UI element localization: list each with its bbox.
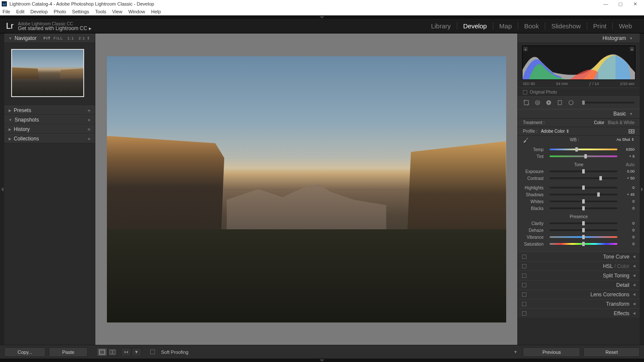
add-snapshot-button[interactable]: + [87, 117, 91, 123]
identity-text[interactable]: Adobe Lightroom Classic CC Get started w… [18, 21, 91, 31]
basic-panel-header[interactable]: Basic ▼ [518, 109, 640, 119]
before-after-lr-button[interactable] [107, 348, 118, 356]
right-panel-toggle[interactable] [640, 33, 644, 345]
exposure-slider[interactable] [550, 170, 617, 172]
shadows-value[interactable]: + 45 [620, 192, 635, 197]
hsl-panel[interactable]: HSL / Color◀ [518, 261, 640, 271]
blacks-slider[interactable] [550, 207, 617, 209]
history-panel[interactable]: ▶ History × [4, 125, 95, 134]
auto-tone-button[interactable]: Auto [626, 162, 635, 167]
soft-proof-checkbox[interactable] [150, 350, 155, 354]
top-panel-toggle[interactable] [0, 15, 644, 19]
tint-value[interactable]: + 9 [620, 154, 635, 158]
snapshots-panel[interactable]: ▼ Snapshots + [4, 115, 95, 125]
whites-value[interactable]: 0 [620, 199, 635, 204]
transform-panel[interactable]: Transform◀ [518, 299, 640, 308]
navigator-zoom-controls[interactable]: FIT FILL 1:1 2:1 ⇕ [43, 36, 91, 40]
module-web[interactable]: Web [613, 22, 638, 30]
saturation-slider[interactable] [550, 243, 617, 245]
checkbox-icon[interactable] [523, 90, 527, 94]
menu-window[interactable]: Window [128, 9, 145, 14]
menu-edit[interactable]: Edit [16, 9, 24, 14]
histogram-display[interactable]: ▲ ▲ [522, 46, 635, 80]
effects-panel[interactable]: Effects◀ [518, 308, 640, 318]
panel-switch[interactable] [522, 283, 526, 287]
loupe-view-button[interactable] [97, 348, 107, 356]
menu-photo[interactable]: Photo [54, 9, 66, 14]
module-print[interactable]: Print [587, 22, 613, 30]
crop-tool-icon[interactable] [523, 99, 530, 106]
clarity-slider[interactable] [550, 222, 617, 224]
menu-develop[interactable]: Develop [30, 9, 48, 14]
shadows-slider[interactable] [550, 194, 617, 195]
mask-amount-slider[interactable] [582, 102, 635, 103]
highlights-value[interactable]: 0 [620, 186, 635, 190]
clear-history-button[interactable]: × [87, 126, 91, 133]
eyedropper-icon[interactable] [523, 137, 529, 143]
module-library[interactable]: Library [425, 22, 457, 30]
toolbar-menu-button[interactable]: ▾ [514, 349, 517, 355]
paste-settings-button[interactable]: Paste [49, 347, 88, 357]
minimize-button[interactable]: — [598, 1, 613, 6]
graduated-filter-tool-icon[interactable] [556, 99, 563, 106]
menu-file[interactable]: File [3, 9, 10, 14]
copy-settings-button[interactable]: Copy... [4, 347, 46, 357]
menu-settings[interactable]: Settings [72, 9, 89, 14]
shadow-clip-indicator[interactable]: ▲ [523, 47, 528, 51]
treatment-bw[interactable]: Black & White [608, 120, 635, 125]
dehaze-value[interactable]: 0 [620, 228, 635, 232]
panel-switch[interactable] [522, 264, 526, 268]
collections-panel[interactable]: ▶ Collections + [4, 134, 95, 143]
filmstrip-toggle[interactable] [0, 359, 644, 362]
reset-button[interactable]: Reset [583, 347, 640, 357]
lens-corrections-panel[interactable]: Lens Corrections◀ [518, 289, 640, 299]
temp-value[interactable]: 6350 [620, 147, 635, 152]
module-develop[interactable]: Develop [457, 22, 493, 30]
highlight-clip-indicator[interactable]: ▲ [630, 47, 634, 51]
highlights-slider[interactable] [550, 187, 617, 189]
module-map[interactable]: Map [493, 22, 518, 30]
tint-slider[interactable] [550, 155, 617, 157]
exposure-value[interactable]: 0.00 [620, 169, 635, 173]
before-after-tb-button[interactable] [121, 348, 131, 356]
presets-panel[interactable]: ▶ Presets + [4, 106, 95, 115]
spot-removal-tool-icon[interactable] [534, 99, 541, 106]
before-after-split-button[interactable]: ▾ [131, 348, 142, 356]
panel-switch[interactable] [522, 274, 526, 278]
maximize-button[interactable]: ▢ [613, 1, 628, 7]
vibrance-value[interactable]: 0 [620, 235, 635, 239]
navigator-thumbnail[interactable] [11, 49, 84, 97]
saturation-value[interactable]: 0 [620, 242, 635, 246]
redeye-tool-icon[interactable] [545, 99, 552, 106]
histogram-header[interactable]: Histogram ▼ [518, 33, 640, 43]
original-photo-toggle[interactable]: Original Photo [518, 88, 640, 96]
clarity-value[interactable]: 0 [620, 221, 635, 225]
close-button[interactable]: ✕ [628, 1, 642, 7]
blacks-value[interactable]: 0 [620, 206, 635, 210]
menu-tools[interactable]: Tools [95, 9, 106, 14]
contrast-slider[interactable] [550, 177, 617, 179]
add-preset-button[interactable]: + [87, 107, 91, 114]
temp-slider[interactable] [550, 149, 617, 150]
profile-browser-button[interactable] [629, 129, 635, 134]
module-slideshow[interactable]: Slideshow [545, 22, 587, 30]
previous-button[interactable]: Previous [523, 347, 580, 357]
treatment-color[interactable]: Color [594, 120, 605, 125]
tone-curve-panel[interactable]: Tone Curve◀ [518, 252, 640, 261]
radial-filter-tool-icon[interactable] [568, 99, 574, 106]
detail-panel[interactable]: Detail◀ [518, 280, 640, 289]
wb-dropdown[interactable]: As Shot ⇕ [617, 137, 635, 142]
module-book[interactable]: Book [518, 22, 545, 30]
menu-view[interactable]: View [112, 9, 122, 14]
add-collection-button[interactable]: + [87, 136, 91, 142]
menu-help[interactable]: Help [151, 9, 161, 14]
split-toning-panel[interactable]: Split Toning◀ [518, 271, 640, 280]
panel-switch[interactable] [522, 255, 526, 259]
dehaze-slider[interactable] [550, 229, 617, 231]
navigator-header[interactable]: ▼ Navigator FIT FILL 1:1 2:1 ⇕ [4, 33, 95, 43]
loupe-view[interactable] [95, 33, 517, 345]
panel-switch[interactable] [522, 311, 526, 316]
contrast-value[interactable]: + 50 [620, 176, 635, 180]
left-panel-toggle[interactable] [0, 33, 4, 345]
panel-switch[interactable] [522, 292, 526, 297]
